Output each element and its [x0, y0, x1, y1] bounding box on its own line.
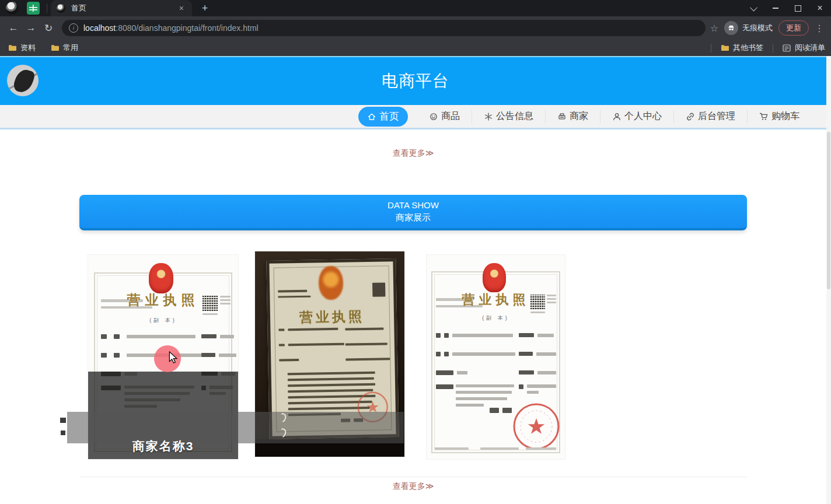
artifact-mark [60, 418, 66, 423]
license-qr-code [202, 296, 218, 311]
section-divider [79, 477, 747, 477]
nav-item-admin[interactable]: 后台管理 [674, 110, 748, 123]
home-icon [367, 112, 376, 121]
folder-icon [8, 44, 16, 51]
folder-icon [51, 44, 59, 51]
window-maximize-button[interactable] [787, 0, 809, 16]
url-host: localhost [83, 23, 116, 33]
other-bookmarks-label: 其他书签 [733, 43, 763, 53]
window-close-button[interactable]: × [809, 0, 831, 16]
nav-label: 后台管理 [698, 110, 735, 123]
notice-icon [484, 112, 493, 121]
license-emblem [149, 263, 173, 293]
window-chevron-icon[interactable] [742, 0, 764, 16]
folder-icon [721, 44, 729, 51]
license-subtitle: (副 本) [427, 314, 565, 322]
page-content: 电商平台 首页 商品 公告信息 商家 个人中心 [0, 56, 831, 504]
main-nav: 首页 商品 公告信息 商家 个人中心 后台管理 [0, 105, 831, 130]
tab-favicon-icon [57, 4, 65, 13]
tab-close-icon[interactable]: × [177, 3, 186, 13]
tab-strip: 首页 × + × [0, 0, 831, 16]
bookmark-label: 资料 [20, 43, 36, 53]
address-bar[interactable]: i localhost:8080/dianshangpingtai/front/… [62, 20, 706, 36]
nav-item-home[interactable]: 首页 [358, 107, 408, 127]
incognito-indicator: 无痕模式 [724, 21, 773, 35]
bookmarks-separator [773, 44, 773, 52]
new-tab-button[interactable]: + [198, 1, 212, 15]
browser-logo-icon[interactable] [6, 2, 19, 15]
nav-label: 公告信息 [496, 110, 533, 123]
reading-list-button[interactable]: 阅读清单 [783, 43, 825, 53]
banner-title: DATA SHOW [387, 200, 439, 210]
forward-button[interactable]: → [22, 19, 40, 37]
tab-title: 首页 [71, 3, 177, 13]
nav-label: 商品 [441, 110, 460, 123]
shop-icon [557, 112, 567, 121]
incognito-label: 无痕模式 [742, 23, 773, 33]
reload-button[interactable]: ↻ [40, 19, 57, 37]
bookmark-item[interactable]: 常用 [51, 43, 78, 53]
user-icon [612, 112, 621, 121]
license-qr-code [530, 295, 545, 309]
browser-menu-icon[interactable]: ⋮ [812, 23, 826, 34]
window-minimize-button[interactable] [764, 0, 787, 16]
site-logo[interactable] [7, 65, 39, 96]
bookmarks-bar: 资料 常用 其他书签 阅读清单 [0, 40, 831, 56]
bookmark-label: 常用 [63, 43, 78, 53]
nav-item-cart[interactable]: 购物车 [748, 110, 811, 123]
view-more-bottom-link[interactable]: 查看更多≫ [0, 481, 826, 492]
bookmark-star-icon[interactable]: ☆ [710, 23, 718, 34]
bookmarks-separator [711, 44, 711, 52]
license-subtitle: (副 本) [88, 317, 238, 324]
merchant-card[interactable]: 营业执照 (副 本) [427, 255, 565, 459]
other-bookmarks-button[interactable]: 其他书签 [721, 43, 763, 53]
nav-label: 购物车 [771, 110, 799, 123]
update-button[interactable]: 更新 [778, 20, 809, 36]
merchant-caption: 商家名称3 [88, 438, 238, 454]
mouse-cursor [167, 351, 179, 364]
url-text: localhost:8080/dianshangpingtai/front/in… [83, 23, 259, 33]
goods-icon [429, 112, 438, 121]
merchant-banner: DATA SHOW 商家展示 [79, 195, 747, 230]
nav-label: 个人中心 [624, 110, 662, 123]
url-path: :8080/dianshangpingtai/front/index.html [116, 23, 258, 33]
admin-link-icon [686, 112, 695, 121]
banner-subtitle: 商家展示 [396, 212, 431, 223]
browser-toolbar: ← → ↻ i localhost:8080/dianshangpingtai/… [0, 16, 831, 40]
site-title: 电商平台 [382, 70, 449, 92]
page-info-icon[interactable]: i [69, 23, 78, 33]
nav-label: 首页 [379, 110, 399, 123]
incognito-icon [724, 21, 738, 35]
nav-label: 商家 [570, 110, 588, 123]
site-header: 电商平台 [0, 56, 831, 105]
nav-item-goods[interactable]: 商品 [417, 110, 472, 123]
nav-item-profile[interactable]: 个人中心 [600, 110, 674, 123]
back-button[interactable]: ← [5, 19, 22, 37]
tab-separator [47, 4, 47, 13]
view-more-top-link[interactable]: 查看更多≫ [0, 148, 826, 159]
window-controls: × [742, 0, 831, 16]
nav-item-merchant[interactable]: 商家 [546, 110, 600, 123]
bookmark-item[interactable]: 资料 [8, 43, 36, 53]
official-seal [512, 402, 561, 451]
browser-window: 首页 × + × ← → ↻ i localhost:8080/dianshan… [0, 0, 831, 504]
browser-tab[interactable]: 首页 × [51, 0, 192, 16]
cart-icon [759, 112, 769, 121]
reading-list-icon [783, 44, 791, 52]
page-scrollbar[interactable] [826, 56, 831, 504]
license-title: 营业执照 [270, 307, 394, 327]
license-emblem [483, 263, 506, 292]
license-emblem [319, 266, 344, 300]
scrollbar-thumb[interactable] [827, 132, 830, 289]
pinned-sheets-icon[interactable] [27, 2, 40, 15]
artifact-mark [61, 430, 65, 435]
reading-list-label: 阅读清单 [795, 43, 825, 53]
nav-item-notice[interactable]: 公告信息 [472, 110, 546, 123]
